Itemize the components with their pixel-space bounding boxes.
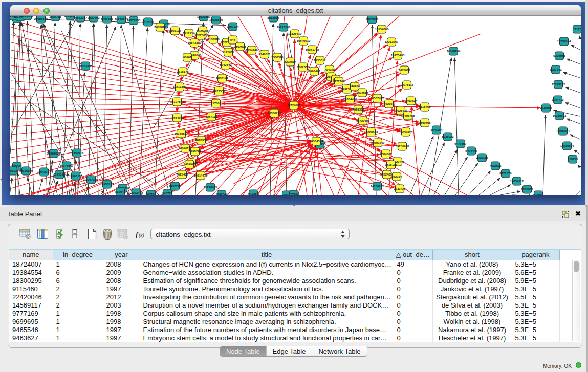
svg-text:39153: 39153 bbox=[10, 169, 17, 172]
svg-text:7515526: 7515526 bbox=[142, 20, 154, 24]
svg-text:17957225: 17957225 bbox=[84, 178, 98, 181]
svg-text:9384067: 9384067 bbox=[380, 152, 392, 156]
svg-text:8454749: 8454749 bbox=[246, 49, 258, 52]
svg-text:16033809: 16033809 bbox=[209, 18, 223, 21]
svg-text:1527602: 1527602 bbox=[88, 16, 100, 19]
svg-text:18724007: 18724007 bbox=[287, 104, 301, 107]
svg-text:15716485: 15716485 bbox=[204, 186, 217, 189]
svg-text:1244413: 1244413 bbox=[552, 98, 564, 101]
svg-text:8990448: 8990448 bbox=[308, 70, 320, 73]
svg-text:11175: 11175 bbox=[573, 28, 581, 31]
svg-text:2867608: 2867608 bbox=[234, 45, 246, 48]
svg-text:1615132: 1615132 bbox=[385, 163, 397, 166]
svg-text:9827503: 9827503 bbox=[194, 34, 207, 37]
svg-text:20691406: 20691406 bbox=[34, 17, 48, 20]
svg-text:15751074: 15751074 bbox=[557, 40, 571, 43]
svg-text:18300295: 18300295 bbox=[268, 112, 281, 115]
svg-text:2935114: 2935114 bbox=[476, 156, 488, 159]
svg-text:945779: 945779 bbox=[162, 192, 173, 195]
svg-text:1624554: 1624554 bbox=[356, 91, 368, 94]
svg-text:9699695: 9699695 bbox=[419, 121, 431, 124]
svg-text:5175685: 5175685 bbox=[222, 51, 234, 54]
svg-text:6479197: 6479197 bbox=[454, 142, 467, 145]
svg-text:794028: 794028 bbox=[324, 68, 335, 71]
svg-text:16671355: 16671355 bbox=[127, 19, 141, 22]
svg-text:16640910: 16640910 bbox=[297, 39, 311, 42]
svg-text:18907249: 18907249 bbox=[371, 141, 385, 144]
svg-text:8186328: 8186328 bbox=[207, 38, 220, 41]
svg-text:3215955: 3215955 bbox=[540, 106, 552, 110]
svg-text:10654112: 10654112 bbox=[510, 180, 524, 183]
svg-text:20053346: 20053346 bbox=[79, 64, 93, 68]
svg-text:15720407: 15720407 bbox=[356, 119, 370, 122]
svg-text:(x): (x) bbox=[139, 233, 144, 238]
svg-text:8471676: 8471676 bbox=[499, 172, 512, 175]
svg-text:1362635: 1362635 bbox=[297, 65, 309, 69]
svg-text:12213383: 12213383 bbox=[173, 85, 187, 89]
svg-text:9115460: 9115460 bbox=[419, 105, 431, 108]
svg-text:12156829: 12156829 bbox=[19, 169, 33, 172]
svg-text:10654985: 10654985 bbox=[170, 116, 184, 119]
svg-text:17016504: 17016504 bbox=[560, 144, 574, 147]
svg-text:2987682: 2987682 bbox=[366, 18, 378, 21]
svg-text:14495758: 14495758 bbox=[401, 114, 415, 117]
svg-text:7955812: 7955812 bbox=[314, 59, 326, 62]
svg-text:116753: 116753 bbox=[568, 158, 578, 161]
svg-text:9457791: 9457791 bbox=[169, 185, 181, 188]
svg-text:6216: 6216 bbox=[385, 102, 393, 105]
svg-text:9146821: 9146821 bbox=[258, 53, 271, 56]
svg-text:12213967: 12213967 bbox=[385, 40, 399, 43]
svg-text:1145194: 1145194 bbox=[53, 173, 66, 176]
svg-text:546: 546 bbox=[230, 38, 236, 41]
svg-text:98901: 98901 bbox=[183, 56, 192, 59]
svg-text:7663822: 7663822 bbox=[154, 26, 166, 29]
svg-text:2803144: 2803144 bbox=[216, 77, 228, 80]
svg-text:12325419: 12325419 bbox=[288, 32, 302, 35]
svg-text:20364436: 20364436 bbox=[343, 98, 357, 101]
svg-text:8813054: 8813054 bbox=[267, 16, 279, 19]
svg-text:16648764: 16648764 bbox=[447, 50, 461, 53]
svg-text:10961758: 10961758 bbox=[306, 48, 319, 51]
svg-text:1905733: 1905733 bbox=[49, 16, 61, 18]
svg-text:20206528: 20206528 bbox=[47, 152, 61, 155]
svg-text:16210643: 16210643 bbox=[553, 114, 567, 117]
svg-text:6466160: 6466160 bbox=[101, 17, 113, 20]
svg-text:19384554: 19384554 bbox=[310, 140, 323, 143]
svg-text:39756928: 39756928 bbox=[396, 145, 409, 148]
svg-text:9242843: 9242843 bbox=[220, 63, 232, 67]
svg-text:832642: 832642 bbox=[115, 190, 126, 193]
svg-text:2069140: 2069140 bbox=[21, 16, 33, 17]
svg-text:9329966: 9329966 bbox=[553, 54, 565, 57]
svg-text:10688609: 10688609 bbox=[364, 130, 378, 134]
svg-text:9245632: 9245632 bbox=[521, 188, 533, 191]
svg-text:924563: 924563 bbox=[533, 193, 544, 195]
svg-text:8912954: 8912954 bbox=[183, 32, 195, 35]
svg-text:12975115: 12975115 bbox=[400, 83, 414, 86]
svg-text:7625402: 7625402 bbox=[176, 173, 188, 176]
svg-text:252214: 252214 bbox=[391, 175, 402, 178]
svg-text:8427552: 8427552 bbox=[213, 90, 225, 93]
svg-text:1733426: 1733426 bbox=[394, 187, 406, 190]
svg-text:15692901: 15692901 bbox=[556, 129, 570, 133]
svg-text:8878352: 8878352 bbox=[195, 139, 207, 142]
svg-text:19166827: 19166827 bbox=[175, 132, 188, 135]
svg-text:12093872: 12093872 bbox=[552, 83, 565, 86]
svg-text:8322037: 8322037 bbox=[284, 60, 296, 63]
svg-text:16107553: 16107553 bbox=[170, 100, 184, 103]
svg-text:10853267: 10853267 bbox=[74, 16, 88, 19]
svg-text:10507487: 10507487 bbox=[371, 97, 384, 100]
svg-text:16914479: 16914479 bbox=[194, 174, 208, 177]
svg-text:2718176: 2718176 bbox=[177, 70, 189, 73]
svg-text:107191: 107191 bbox=[146, 193, 157, 195]
svg-text:7357224: 7357224 bbox=[227, 25, 239, 28]
svg-text:746266: 746266 bbox=[350, 85, 360, 88]
svg-text:1409948: 1409948 bbox=[183, 163, 195, 166]
svg-text:717006: 717006 bbox=[211, 102, 222, 105]
svg-text:1640954: 1640954 bbox=[430, 128, 443, 132]
svg-text:19218506: 19218506 bbox=[277, 26, 291, 29]
svg-text:9777169: 9777169 bbox=[333, 80, 345, 83]
svg-text:10958107: 10958107 bbox=[100, 183, 114, 186]
svg-text:157164: 157164 bbox=[289, 193, 299, 195]
svg-text:19654923: 19654923 bbox=[399, 130, 413, 134]
svg-text:7588520: 7588520 bbox=[271, 56, 284, 59]
